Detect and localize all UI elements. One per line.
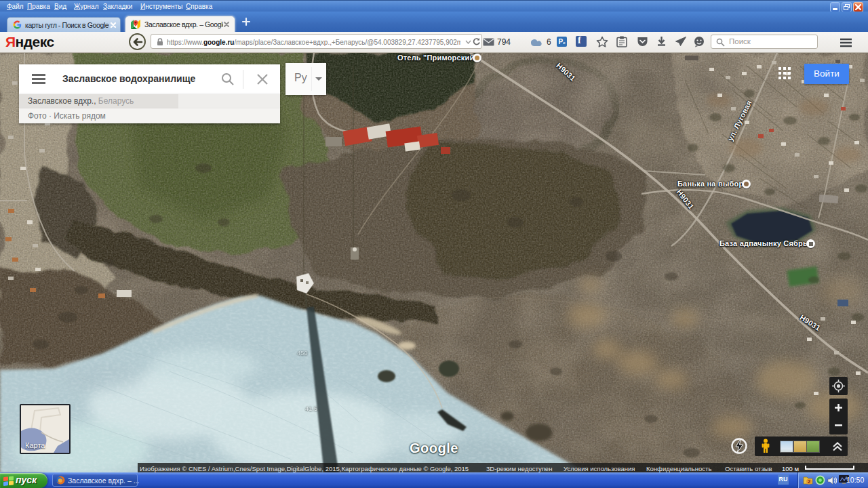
svg-text:2: 2	[808, 479, 810, 485]
